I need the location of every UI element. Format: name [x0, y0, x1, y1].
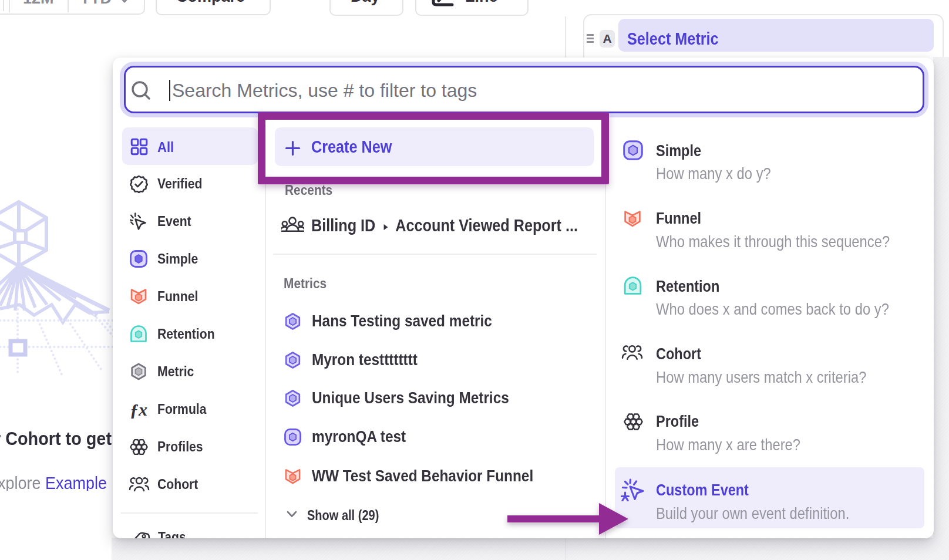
svg-text:ƒx: ƒx: [130, 400, 147, 419]
